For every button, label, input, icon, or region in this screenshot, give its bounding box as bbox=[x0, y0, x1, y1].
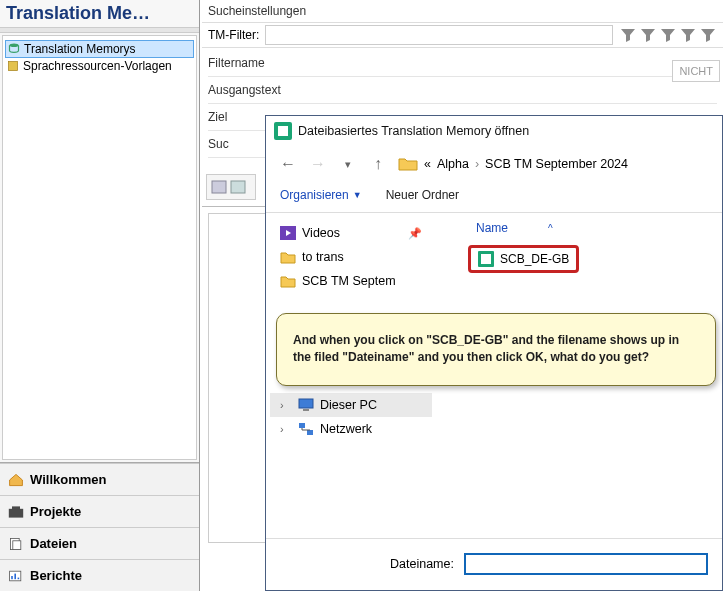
app-icon bbox=[274, 122, 292, 140]
nicht-button[interactable]: NICHT bbox=[672, 60, 720, 82]
toolbar-icons[interactable] bbox=[211, 179, 247, 195]
view-label: Willkommen bbox=[30, 472, 106, 487]
field-filtername: Filtername bbox=[208, 50, 717, 77]
chevron-right-icon: › bbox=[280, 399, 292, 411]
dialog-title-text: Dateibasiertes Translation Memory öffnen bbox=[298, 124, 529, 138]
dialog-footer: Dateiname: bbox=[266, 539, 722, 589]
chevron-down-icon[interactable]: ▾ bbox=[338, 154, 358, 174]
filename-label: Dateiname: bbox=[390, 557, 454, 571]
files-icon bbox=[8, 537, 24, 551]
breadcrumb[interactable]: « Alpha › SCB TM September 2024 bbox=[398, 156, 628, 172]
funnel-icon[interactable] bbox=[679, 26, 697, 44]
pc-icon bbox=[298, 398, 314, 412]
sort-icon: ^ bbox=[548, 223, 553, 234]
view-label: Projekte bbox=[30, 504, 81, 519]
file-item-highlighted[interactable]: SCB_DE-GB bbox=[468, 245, 579, 273]
left-panel: Translation Me… Translation Memorys Spra… bbox=[0, 0, 200, 591]
view-berichte[interactable]: Berichte bbox=[0, 559, 199, 591]
home-icon bbox=[8, 473, 24, 487]
nav-item-label: Netzwerk bbox=[320, 422, 372, 436]
tm-tree: Translation Memorys Sprachressourcen-Vor… bbox=[2, 35, 197, 460]
back-icon[interactable]: ← bbox=[278, 154, 298, 174]
forward-icon[interactable]: → bbox=[308, 154, 328, 174]
section-title: Translation Me… bbox=[0, 0, 199, 27]
svg-rect-17 bbox=[299, 423, 305, 428]
new-folder-button[interactable]: Neuer Ordner bbox=[386, 188, 459, 202]
filename-input[interactable] bbox=[464, 553, 708, 575]
organize-button[interactable]: Organisieren ▼ bbox=[280, 188, 362, 202]
nav-item-label: Videos bbox=[302, 226, 340, 240]
organize-label: Organisieren bbox=[280, 188, 349, 202]
funnel-icon[interactable] bbox=[699, 26, 717, 44]
chevron-right-icon: › bbox=[475, 157, 479, 171]
nav-this-pc[interactable]: › Dieser PC bbox=[270, 393, 432, 417]
template-icon bbox=[7, 60, 19, 72]
divider bbox=[270, 293, 432, 303]
view-label: Dateien bbox=[30, 536, 77, 551]
file-open-dialog: Dateibasiertes Translation Memory öffnen… bbox=[265, 115, 723, 591]
folder-icon bbox=[280, 274, 296, 288]
funnel-icon[interactable] bbox=[619, 26, 637, 44]
svg-rect-1 bbox=[9, 62, 18, 71]
tree-item-label: Sprachressourcen-Vorlagen bbox=[23, 59, 172, 73]
filter-icons bbox=[619, 26, 717, 44]
nav-videos[interactable]: Videos 📌 bbox=[270, 221, 432, 245]
network-icon bbox=[298, 422, 314, 436]
tree-item-langres[interactable]: Sprachressourcen-Vorlagen bbox=[5, 58, 194, 74]
svg-rect-11 bbox=[231, 181, 245, 193]
tm-file-icon bbox=[478, 251, 494, 267]
nav-item-label: to trans bbox=[302, 250, 344, 264]
svg-rect-20 bbox=[481, 254, 491, 264]
database-icon bbox=[8, 43, 20, 55]
nav-item-label: SCB TM Septem bbox=[302, 274, 396, 288]
funnel-icon[interactable] bbox=[639, 26, 657, 44]
nav-to-trans[interactable]: to trans bbox=[270, 245, 432, 269]
crumb-item[interactable]: Alpha bbox=[437, 157, 469, 171]
svg-rect-8 bbox=[14, 573, 16, 579]
tree-item-label: Translation Memorys bbox=[24, 42, 136, 56]
crumb-item[interactable]: SCB TM September 2024 bbox=[485, 157, 628, 171]
field-label: Filtername bbox=[208, 56, 318, 70]
tm-filter-label: TM-Filter: bbox=[208, 28, 259, 42]
crumb-prefix: « bbox=[424, 157, 431, 171]
nav-scb-tm[interactable]: SCB TM Septem bbox=[270, 269, 432, 293]
file-name: SCB_DE-GB bbox=[500, 252, 569, 266]
projects-icon bbox=[8, 505, 24, 519]
dialog-toolbar: Organisieren ▼ Neuer Ordner bbox=[266, 182, 722, 213]
chevron-right-icon: › bbox=[280, 423, 292, 435]
tree-item-tm[interactable]: Translation Memorys bbox=[5, 40, 194, 58]
column-header[interactable]: Name ^ bbox=[446, 219, 712, 241]
folder-icon bbox=[280, 250, 296, 264]
left-views: Willkommen Projekte Dateien Berichte bbox=[0, 462, 199, 591]
svg-rect-2 bbox=[9, 508, 23, 517]
svg-rect-10 bbox=[212, 181, 226, 193]
nav-item-label: Dieser PC bbox=[320, 398, 377, 412]
dialog-nav: ← → ▾ ↑ « Alpha › SCB TM September 2024 bbox=[266, 146, 722, 182]
pin-icon: 📌 bbox=[408, 227, 422, 240]
annotation-tooltip: And when you click on "SCB_DE-GB" and th… bbox=[276, 313, 716, 386]
dialog-titlebar: Dateibasiertes Translation Memory öffnen bbox=[266, 116, 722, 146]
svg-rect-7 bbox=[11, 576, 13, 579]
reports-icon bbox=[8, 569, 24, 583]
dialog-body: Videos 📌 to trans SCB TM Septem › Dieser… bbox=[266, 213, 722, 539]
tm-filter-row: TM-Filter: bbox=[202, 22, 723, 48]
view-dateien[interactable]: Dateien bbox=[0, 527, 199, 559]
view-projekte[interactable]: Projekte bbox=[0, 495, 199, 527]
field-ausgangstext: Ausgangstext bbox=[208, 77, 717, 104]
up-icon[interactable]: ↑ bbox=[368, 154, 388, 174]
small-toolbar bbox=[206, 174, 256, 200]
svg-rect-15 bbox=[299, 399, 313, 408]
view-willkommen[interactable]: Willkommen bbox=[0, 463, 199, 495]
svg-rect-16 bbox=[303, 409, 309, 411]
svg-rect-5 bbox=[13, 540, 21, 549]
field-label: Ausgangstext bbox=[208, 83, 318, 97]
svg-rect-18 bbox=[307, 430, 313, 435]
nav-network[interactable]: › Netzwerk bbox=[270, 417, 432, 441]
svg-rect-9 bbox=[18, 577, 20, 579]
funnel-icon[interactable] bbox=[659, 26, 677, 44]
col-name-label: Name bbox=[476, 221, 508, 235]
svg-rect-13 bbox=[278, 126, 288, 136]
search-settings-header: Sucheinstellungen bbox=[202, 0, 723, 22]
tm-filter-input[interactable] bbox=[265, 25, 613, 45]
folder-icon bbox=[398, 156, 418, 172]
